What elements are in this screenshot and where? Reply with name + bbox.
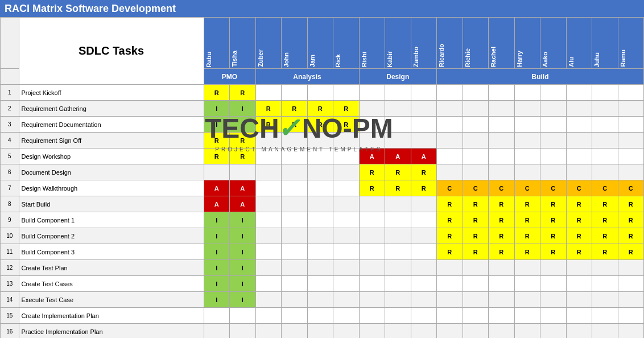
cell-r12-c2	[255, 260, 282, 276]
cell-r5-c0: R	[204, 149, 230, 164]
cell-r1-c7	[385, 85, 411, 101]
cell-r3-c14	[566, 117, 592, 133]
task-name-11: Build Component 3	[19, 244, 204, 260]
cell-r2-c0: I	[204, 101, 230, 117]
cell-r13-c8	[411, 276, 437, 292]
cell-r1-c8	[411, 85, 437, 101]
cell-r3-c8	[411, 117, 437, 133]
cell-r1-c15	[592, 85, 618, 101]
cell-r9-c8	[411, 212, 437, 228]
cell-r3-c2: R	[255, 117, 282, 133]
cell-r11-c7	[385, 244, 411, 260]
cell-r12-c13	[540, 260, 567, 276]
person-header-ricardo: Ricardo	[437, 18, 463, 69]
cell-r12-c10	[463, 260, 489, 276]
cell-r1-c0: R	[204, 85, 230, 101]
row-num-9: 9	[1, 212, 19, 228]
cell-r15-c15	[592, 308, 618, 324]
row-num-14: 14	[1, 292, 19, 308]
cell-r11-c2	[255, 244, 282, 260]
cell-r15-c13	[540, 308, 567, 324]
cell-r15-c1	[230, 308, 256, 324]
cell-r12-c5	[333, 260, 360, 276]
cell-r10-c10: R	[463, 228, 489, 244]
row-num-8: 8	[1, 196, 19, 212]
cell-r1-c5	[333, 85, 360, 101]
cell-r8-c5	[333, 196, 360, 212]
cell-r12-c1: I	[230, 260, 256, 276]
cell-r12-c14	[566, 260, 592, 276]
cell-r7-c5	[333, 180, 360, 196]
cell-r7-c8: R	[411, 180, 437, 196]
task-name-9: Build Component 1	[19, 212, 204, 228]
cell-r9-c11: R	[489, 212, 515, 228]
cell-r11-c15: R	[592, 244, 618, 260]
cell-r4-c14	[566, 133, 592, 149]
cell-r6-c10	[463, 164, 489, 180]
cell-r12-c9	[437, 260, 463, 276]
cell-r3-c4: R	[307, 117, 333, 133]
cell-r1-c2	[255, 85, 282, 101]
cell-r12-c15	[592, 260, 618, 276]
cell-r13-c0: I	[204, 276, 230, 292]
person-header-john: John	[282, 18, 308, 69]
row-num-4: 4	[1, 133, 19, 149]
cell-r14-c1: I	[230, 292, 256, 308]
cell-r9-c9: R	[437, 212, 463, 228]
cell-r15-c2	[255, 308, 282, 324]
cell-r2-c8	[411, 101, 437, 117]
cell-r9-c7	[385, 212, 411, 228]
table-wrapper: SDLC Tasks Rabu Tisha Zuber John Jam Ric…	[0, 17, 644, 338]
cell-r8-c7	[385, 196, 411, 212]
cell-r10-c6	[359, 228, 385, 244]
cell-r3-c5: R	[333, 117, 360, 133]
row-num-7: 7	[1, 180, 19, 196]
cell-r16-c12	[514, 324, 540, 339]
cell-r4-c12	[514, 133, 540, 149]
cell-r16-c10	[463, 324, 489, 339]
row-num-3: 3	[1, 117, 19, 133]
cell-r13-c13	[540, 276, 567, 292]
cell-r8-c4	[307, 196, 333, 212]
cell-r5-c6: A	[359, 149, 385, 164]
row-num-10: 10	[1, 228, 19, 244]
person-header-ramu: Ramu	[618, 18, 644, 69]
cell-r12-c4	[307, 260, 333, 276]
cell-r6-c8: R	[411, 164, 437, 180]
cell-r3-c13	[540, 117, 567, 133]
cell-r7-c3	[282, 180, 308, 196]
cell-r14-c15	[592, 292, 618, 308]
cell-r13-c10	[463, 276, 489, 292]
cell-r16-c9	[437, 324, 463, 339]
task-name-2: Requirement Gathering	[19, 101, 204, 117]
cell-r1-c10	[463, 85, 489, 101]
cell-r7-c6: R	[359, 180, 385, 196]
cell-r3-c1: I	[230, 117, 256, 133]
cell-r5-c11	[489, 149, 515, 164]
cell-r1-c13	[540, 85, 567, 101]
cell-r4-c8	[411, 133, 437, 149]
cell-r10-c1: I	[230, 228, 256, 244]
task-name-10: Build Component 2	[19, 228, 204, 244]
cell-r11-c11: R	[489, 244, 515, 260]
cell-r16-c4	[307, 324, 333, 339]
task-name-13: Create Test Cases	[19, 276, 204, 292]
cell-r6-c3	[282, 164, 308, 180]
cell-r6-c4	[307, 164, 333, 180]
cell-r14-c0: I	[204, 292, 230, 308]
cell-r13-c4	[307, 276, 333, 292]
cell-r1-c12	[514, 85, 540, 101]
cell-r4-c0: R	[204, 133, 230, 149]
cell-r14-c2	[255, 292, 282, 308]
person-header-jam: Jam	[307, 18, 333, 69]
cell-r5-c5	[333, 149, 360, 164]
cell-r6-c16	[618, 164, 644, 180]
cell-r2-c3: R	[282, 101, 308, 117]
cell-r2-c10	[463, 101, 489, 117]
corner-num	[1, 18, 19, 69]
cell-r2-c1: I	[230, 101, 256, 117]
cell-r4-c7	[385, 133, 411, 149]
cell-r7-c7: R	[385, 180, 411, 196]
person-header-rabu: Rabu	[204, 18, 230, 69]
cell-r10-c15: R	[592, 228, 618, 244]
